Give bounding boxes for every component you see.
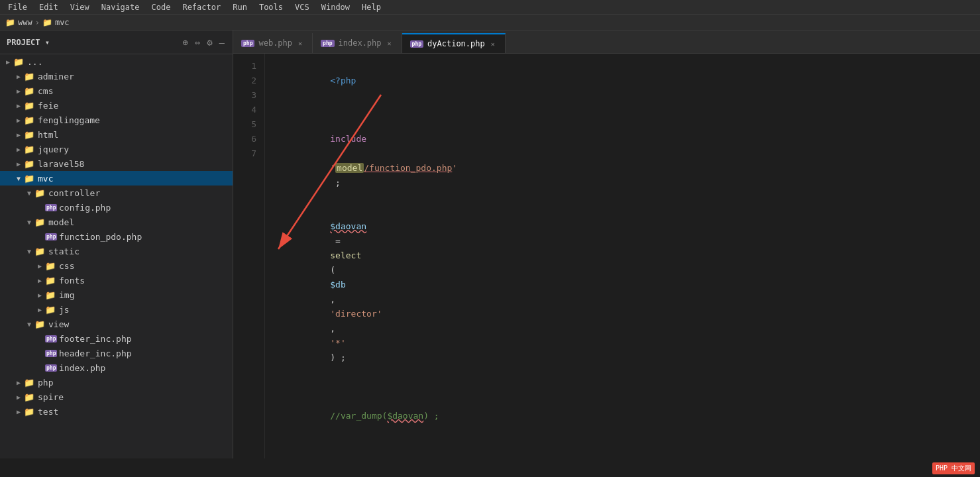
space-1 <box>330 148 335 158</box>
folder-icon-view: 📁 <box>34 319 46 329</box>
code-area[interactable]: <?php include 'model/function_pdo.php' ;… <box>265 54 980 458</box>
line-numbers: 1 2 3 4 5 6 7 <box>233 54 265 458</box>
str-director: 'director' <box>330 309 382 319</box>
breadcrumb: 📁 www › 📁 mvc <box>0 15 980 30</box>
menu-tools[interactable]: Tools <box>254 1 288 13</box>
tree-item-view[interactable]: ▼ 📁 view <box>0 317 233 331</box>
watermark: PHP 中文网 <box>932 462 975 474</box>
tab-dyaction-php[interactable]: php dyAction.php ✕ <box>402 33 506 53</box>
menu-vcs[interactable]: VCS <box>290 1 315 13</box>
tree-item-function-pdo[interactable]: php function_pdo.php <box>0 229 233 244</box>
arrow-static: ▼ <box>24 248 34 255</box>
tree-label-spire: spire <box>38 392 64 402</box>
menu-window[interactable]: Window <box>316 1 355 13</box>
folder-icon-controller: 📁 <box>34 188 46 198</box>
tree-label-header-inc: header_inc.php <box>59 348 132 358</box>
tree-item-img[interactable]: ▶ 📁 img <box>0 288 233 302</box>
menu-run[interactable]: Run <box>227 1 252 13</box>
tree-item-header-inc[interactable]: php header_inc.php <box>0 346 233 360</box>
tree-label-fonts: fonts <box>59 276 85 286</box>
sidebar-title: Project ▾ <box>7 38 50 47</box>
tree-item-spire[interactable]: ▶ 📁 spire <box>0 390 233 404</box>
tree-label-www-root: ... <box>27 57 42 67</box>
sidebar-collapse-icon[interactable]: ⇔ <box>193 36 201 49</box>
comment-vardump: //var_dump( <box>330 411 387 421</box>
php-icon-function-pdo: php <box>45 233 57 240</box>
folder-icon-www-root: 📁 <box>13 57 25 67</box>
sidebar-hide-icon[interactable]: — <box>218 36 226 49</box>
arrow-spire: ▶ <box>13 394 24 401</box>
menu-navigate[interactable]: Navigate <box>96 1 145 13</box>
editor-content[interactable]: 1 2 3 4 5 6 7 <?php include ' <box>233 54 980 458</box>
main-layout: Project ▾ ⊕ ⇔ ⚙ — ▶ 📁 ... ▶ 📁 adminer <box>0 30 980 458</box>
tree-item-cms[interactable]: ▶ 📁 cms <box>0 83 233 98</box>
tree-item-jquery[interactable]: ▶ 📁 jquery <box>0 142 233 156</box>
php-tab-icon-web: php <box>241 40 254 47</box>
tree-item-test[interactable]: ▶ 📁 test <box>0 404 233 419</box>
folder-icon-model: 📁 <box>34 217 46 227</box>
breadcrumb-mvc-label: mvc <box>55 18 70 27</box>
tree-item-adminer[interactable]: ▶ 📁 adminer <box>0 69 233 83</box>
tree-item-footer-inc[interactable]: php footer_inc.php <box>0 331 233 346</box>
arrow-css: ▶ <box>34 262 45 270</box>
tree-label-function-pdo: function_pdo.php <box>59 232 142 242</box>
folder-icon-feie: 📁 <box>24 101 36 111</box>
tree-item-laravel58[interactable]: ▶ 📁 laravel58 <box>0 156 233 171</box>
tab-close-index-php[interactable]: ✕ <box>386 39 394 48</box>
breadcrumb-www[interactable]: 📁 www <box>5 18 32 27</box>
menu-help[interactable]: Help <box>356 1 386 13</box>
tree-label-model: model <box>48 217 74 227</box>
tree-item-js[interactable]: ▶ 📁 js <box>0 302 233 317</box>
breadcrumb-mvc[interactable]: 📁 mvc <box>42 18 70 27</box>
tab-label-web-php: web.php <box>258 38 292 48</box>
arrow-php: ▶ <box>13 379 24 386</box>
arrow-laravel58: ▶ <box>13 160 24 168</box>
menu-file[interactable]: File <box>3 1 32 13</box>
menu-edit[interactable]: Edit <box>34 1 64 13</box>
tree-label-index-mvc: index.php <box>59 363 105 373</box>
tab-close-dyaction-php[interactable]: ✕ <box>489 40 497 48</box>
folder-icon-jquery: 📁 <box>24 144 36 154</box>
tab-index-php[interactable]: php index.php ✕ <box>313 33 402 53</box>
tree-item-php[interactable]: ▶ 📁 php <box>0 375 233 390</box>
tree-item-css[interactable]: ▶ 📁 css <box>0 258 233 273</box>
menu-refactor[interactable]: Refactor <box>177 1 226 13</box>
php-icon-footer-inc: php <box>45 335 57 343</box>
tree-label-test: test <box>38 407 58 417</box>
folder-icon-css: 📁 <box>45 261 57 271</box>
tree-item-mvc[interactable]: ▼ 📁 mvc <box>0 171 233 186</box>
folder-icon-mvc: 📁 <box>24 174 36 184</box>
menu-view[interactable]: View <box>65 1 95 13</box>
sidebar-locate-icon[interactable]: ⊕ <box>181 36 189 49</box>
menu-code[interactable]: Code <box>146 1 176 13</box>
folder-icon: 📁 <box>5 18 15 27</box>
tree-item-www-root[interactable]: ▶ 📁 ... <box>0 54 233 69</box>
tree-item-fenglinggame[interactable]: ▶ 📁 fenglinggame <box>0 113 233 127</box>
comment-end: ) ; <box>423 411 439 421</box>
editor-area: php web.php ✕ php index.php ✕ php dyActi… <box>233 30 980 458</box>
tree-item-html[interactable]: ▶ 📁 html <box>0 127 233 142</box>
tree-item-feie[interactable]: ▶ 📁 feie <box>0 98 233 113</box>
folder-icon-img: 📁 <box>45 290 57 300</box>
tree-item-model[interactable]: ▼ 📁 model <box>0 215 233 229</box>
folder-icon-test: 📁 <box>24 407 36 417</box>
tree-label-footer-inc: footer_inc.php <box>59 334 132 344</box>
tree-label-view: view <box>48 319 69 329</box>
code-line-7 <box>278 438 980 452</box>
folder-icon-cms: 📁 <box>24 86 36 96</box>
folder-icon-html: 📁 <box>24 130 36 140</box>
tab-web-php[interactable]: php web.php ✕ <box>233 33 313 53</box>
tab-close-web-php[interactable]: ✕ <box>296 39 304 48</box>
tree-item-static[interactable]: ▼ 📁 static <box>0 244 233 258</box>
str-quote-close: ' <box>452 163 457 173</box>
tree-item-fonts[interactable]: ▶ 📁 fonts <box>0 273 233 288</box>
tree-item-config-php[interactable]: php config.php <box>0 200 233 215</box>
keyword-include: include <box>330 134 366 144</box>
code-line-1: <?php <box>278 59 980 103</box>
tree-item-index-mvc[interactable]: php index.php <box>0 360 233 375</box>
comma-2: , <box>330 323 335 333</box>
folder-icon-mvc: 📁 <box>42 18 52 27</box>
tree-label-controller: controller <box>48 188 100 198</box>
sidebar-settings-icon[interactable]: ⚙ <box>205 36 213 49</box>
tree-item-controller[interactable]: ▼ 📁 controller <box>0 186 233 200</box>
